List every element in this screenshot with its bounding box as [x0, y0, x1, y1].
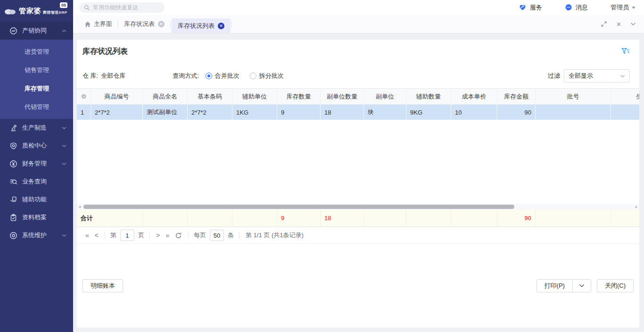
print-button[interactable]: 打印(P) — [537, 279, 573, 292]
per-page-prefix: 每页 — [194, 231, 206, 240]
row-number-cell: 1 — [77, 105, 91, 120]
content-area: 库存状况列表 仓 库: 全部仓库 查询方式: 合并批次拆分批次 过滤 — [73, 33, 644, 332]
table-cell: 9KG — [406, 105, 451, 120]
tab-inventory-status[interactable]: 库存状况表✕ — [119, 15, 169, 33]
column-header[interactable]: 副单位 — [364, 89, 406, 104]
footer-right: 打印(P) 关闭(C) — [537, 279, 634, 292]
total-cell — [364, 210, 406, 226]
column-header[interactable]: 商品编号 — [91, 89, 143, 104]
next-page-button[interactable]: > — [153, 232, 163, 239]
tab-controls: ✕ — [601, 21, 644, 28]
per-page-input[interactable] — [210, 230, 224, 241]
tab-list-chevron-icon[interactable] — [630, 22, 636, 26]
sidebar-item-manufacturing[interactable]: 生产制造 — [0, 119, 73, 137]
filter-funnel-icon[interactable] — [621, 48, 630, 55]
total-value: 9 — [281, 215, 284, 222]
shield-icon — [9, 142, 17, 150]
user-menu[interactable]: 管理员 — [611, 3, 636, 12]
chat-message-icon — [565, 4, 572, 11]
gear-icon: ⚙ — [81, 93, 87, 100]
sidebar-item-finance-mgmt[interactable]: 财务管理 — [0, 155, 73, 173]
radio-unselected[interactable]: 拆分批次 — [250, 72, 284, 80]
service-menu[interactable]: 服务 — [519, 3, 542, 12]
column-settings-button[interactable]: ⚙ — [77, 89, 91, 104]
sidebar-item-production-sales-collab[interactable]: 产销协同 — [0, 22, 73, 40]
sidebar-item-system-maintenance[interactable]: 系统维护 — [0, 226, 73, 244]
global-search-input[interactable]: 常用功能快速直达 — [79, 2, 165, 13]
print-options-chevron-button[interactable] — [572, 279, 591, 292]
column-header[interactable]: 批号 — [536, 89, 611, 104]
sidebar-subitem-inventory-mgmt[interactable]: 库存管理 — [0, 79, 73, 98]
prev-page-button[interactable]: < — [92, 232, 101, 239]
scrollbar-track[interactable] — [83, 204, 634, 210]
version-badge: 05 — [60, 2, 67, 8]
last-page-button[interactable]: » — [163, 232, 172, 239]
first-page-button[interactable]: « — [83, 232, 92, 239]
tab-home[interactable]: 主界面 — [80, 15, 117, 33]
chevron-up-icon — [62, 29, 66, 33]
column-header[interactable]: 库存数量 — [277, 89, 321, 104]
column-header[interactable]: 库存金额 — [497, 89, 536, 104]
sidebar-subitem-sales-mgmt[interactable]: 销售管理 — [0, 61, 73, 79]
fullscreen-icon[interactable] — [601, 21, 607, 27]
scroll-left-arrow[interactable]: ◂ — [77, 204, 83, 210]
total-cell — [143, 210, 188, 226]
refresh-icon[interactable] — [172, 232, 185, 239]
tabs-container: 主界面库存状况表✕库存状况列表✕ — [80, 15, 233, 33]
total-value: 18 — [324, 215, 331, 222]
pagination-bar: « < 第 页 > » 每页 — [77, 227, 639, 243]
sidebar-item-data-archives[interactable]: 资料档案 — [0, 208, 73, 226]
close-all-tabs-icon[interactable]: ✕ — [616, 21, 621, 28]
page-summary: 第 1/1 页 (共1条记录) — [246, 231, 304, 240]
column-header[interactable]: 辅助单位 — [232, 89, 277, 104]
table-row[interactable]: 12*7*2测试副单位2*7*21KG918块9KG1090 — [77, 105, 639, 120]
sidebar-subitem-consignment-mgmt[interactable]: 代销管理 — [0, 98, 73, 116]
message-menu[interactable]: 消息 — [565, 3, 588, 12]
table-empty-area — [77, 120, 639, 204]
tab-inventory-status-list[interactable]: 库存状况列表✕ — [172, 18, 231, 33]
table-cell: 测试副单位 — [143, 105, 188, 120]
total-cell: 9 — [277, 210, 321, 226]
column-header[interactable]: 成本单价 — [451, 89, 497, 104]
chevron-down-icon — [62, 144, 66, 148]
sidebar-item-label: 财务管理 — [22, 159, 62, 168]
column-header[interactable]: 生产日期 — [611, 89, 639, 104]
tab-separator — [231, 21, 232, 27]
sidebar-item-business-query[interactable]: 业务查询 — [0, 173, 73, 191]
column-header[interactable]: 商品全名 — [143, 89, 188, 104]
home-icon — [84, 21, 91, 27]
table-cell: 2*7*2 — [188, 105, 232, 120]
sidebar-item-quality-center[interactable]: 质检中心 — [0, 137, 73, 155]
total-value: 90 — [525, 215, 531, 222]
sidebar-subitem-purchase-mgmt[interactable]: 进货管理 — [0, 42, 73, 61]
radio-selected[interactable]: 合并批次 — [206, 72, 239, 80]
column-header[interactable]: 副单位数量 — [321, 89, 364, 104]
total-label: 合计 — [81, 214, 93, 223]
tab-label: 库存状况表 — [124, 20, 155, 28]
chevron-down-icon — [62, 234, 66, 237]
total-cell — [232, 210, 277, 226]
scrollbar-thumb[interactable] — [83, 205, 514, 209]
sidebar-item-auxiliary-functions[interactable]: 辅助功能 — [0, 191, 73, 208]
close-button[interactable]: 关闭(C) — [597, 279, 634, 292]
page-suffix: 页 — [138, 231, 144, 240]
column-header[interactable]: 辅助数量 — [406, 89, 451, 104]
filter-select[interactable]: 全部显示 — [564, 69, 630, 83]
radio-dot-icon — [206, 73, 212, 79]
gear-icon — [9, 232, 17, 240]
table-header-row: ⚙商品编号商品全名基本条码辅助单位库存数量副单位数量副单位辅助数量成本单价库存金… — [77, 88, 639, 105]
page-prefix: 第 — [110, 231, 116, 240]
page-number-input[interactable] — [120, 230, 134, 241]
total-cell — [611, 210, 639, 226]
trend-icon — [9, 27, 17, 35]
main-area: 常用功能快速直达 服务 消息 — [73, 0, 644, 332]
divider — [105, 232, 105, 239]
table-cell: 块 — [364, 105, 406, 120]
tab-close-icon[interactable]: ✕ — [218, 23, 224, 29]
column-header[interactable]: 基本条码 — [188, 89, 232, 104]
detail-ledger-button[interactable]: 明细账本 — [83, 279, 123, 292]
tab-close-icon[interactable]: ✕ — [158, 21, 165, 27]
table-cell: 90 — [497, 105, 536, 120]
yuan-icon — [9, 160, 17, 168]
scroll-right-arrow[interactable]: ▸ — [634, 204, 639, 210]
